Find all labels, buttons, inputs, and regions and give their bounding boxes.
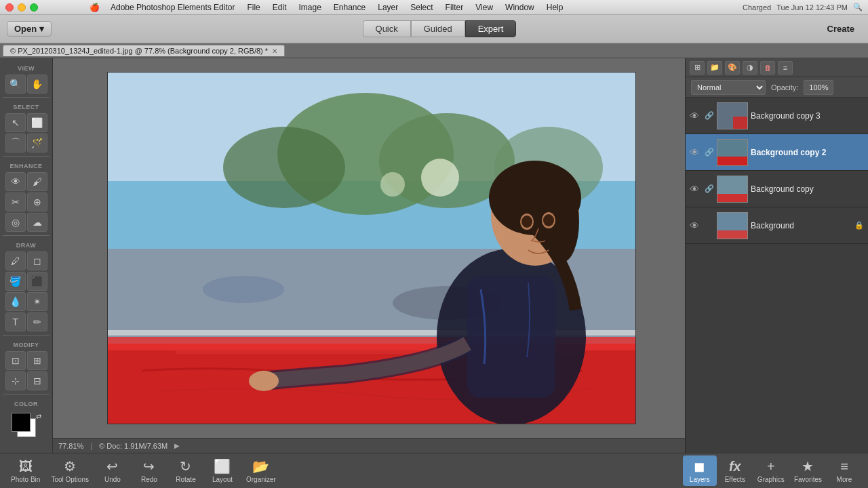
mode-expert[interactable]: Expert [465, 20, 517, 37]
fill-layer-btn[interactable]: 🎨 [725, 61, 740, 75]
graphics-panel-label: Graphics [757, 476, 785, 483]
move-tool[interactable]: ↖ [5, 113, 26, 132]
zoom-tool[interactable]: 🔍 [5, 75, 26, 94]
menu-edit[interactable]: Edit [271, 3, 288, 12]
section-enhance: ENHANCE [3, 160, 50, 171]
mode-guided[interactable]: Guided [411, 20, 465, 37]
layer-link-bg3[interactable]: 🔗 [705, 111, 714, 120]
battery-status: Charged [743, 3, 771, 12]
blur-tool[interactable]: ⊕ [27, 192, 47, 211]
delete-layer-btn[interactable]: 🗑 [760, 61, 775, 75]
opacity-value[interactable]: 100% [804, 80, 833, 95]
tool-options-btn[interactable]: ⚙ Tool Options [47, 455, 93, 486]
close-btn[interactable] [5, 3, 14, 12]
custom-shape-tool[interactable]: ✴ [27, 292, 47, 311]
straighten-tool[interactable]: ⊹ [5, 371, 26, 390]
new-layer-btn[interactable]: ⊞ [690, 61, 705, 75]
layer-item-bg3[interactable]: 👁 🔗 Background copy 3 [686, 98, 868, 134]
layer-visibility-bg3[interactable]: 👁 [690, 110, 702, 121]
graphics-panel-icon: + [767, 459, 775, 474]
layer-item-bgcopy[interactable]: 👁 🔗 Background copy [686, 171, 868, 207]
red-eye-tool[interactable]: 👁 [5, 172, 26, 191]
menu-apple[interactable]: 🍎 [90, 3, 100, 12]
organizer-btn[interactable]: 📂 Organizer [242, 455, 280, 486]
menu-bar: 🍎 Adobe Photoshop Elements Editor File E… [90, 3, 564, 12]
menu-view[interactable]: View [474, 3, 494, 12]
menu-filter[interactable]: Filter [444, 3, 465, 12]
minimize-btn[interactable] [18, 3, 26, 12]
layer-link-bgcopy[interactable]: 🔗 [705, 184, 714, 193]
layer-item-bg2[interactable]: 👁 🔗 Background copy 2 [686, 134, 868, 171]
layer-visibility-bgcopy[interactable]: 👁 [690, 184, 702, 195]
type-tool[interactable]: T [5, 312, 26, 331]
favorites-panel-btn[interactable]: ★ Favorites [790, 455, 826, 486]
smudge-tool[interactable]: ☁ [27, 213, 47, 232]
redo-label: Redo [141, 476, 157, 483]
mode-buttons: Quick Guided Expert [363, 20, 517, 37]
status-arrow[interactable]: ▶ [174, 442, 180, 449]
layer-visibility-bg[interactable]: 👁 [690, 220, 702, 231]
hand-tool[interactable]: ✋ [27, 75, 47, 94]
menu-layer[interactable]: Layer [376, 3, 399, 12]
favorites-panel-icon: ★ [802, 458, 814, 474]
zoom-level: 77.81% [58, 442, 83, 450]
sponge-tool[interactable]: ◎ [5, 213, 26, 232]
pencil-tool[interactable]: ✏ [27, 312, 47, 331]
menu-file[interactable]: File [245, 3, 261, 12]
svg-rect-26 [733, 117, 748, 129]
crop-tool[interactable]: ⊡ [5, 351, 26, 370]
adjustment-layer-btn[interactable]: ◑ [743, 61, 757, 75]
redo-icon: ↪ [143, 458, 155, 474]
doc-info: © Doc: 1.91M/7.63M [99, 442, 167, 450]
content-aware-tool[interactable]: ⊟ [27, 371, 47, 390]
menu-help[interactable]: Help [545, 3, 565, 12]
eraser-tool[interactable]: ◻ [27, 251, 47, 270]
paint-bucket-tool[interactable]: 🪣 [5, 272, 26, 291]
more-options-btn[interactable]: ≡ [778, 61, 793, 75]
redo-btn[interactable]: ↪ Redo [132, 455, 166, 486]
effects-panel-btn[interactable]: fx Effects [718, 456, 752, 486]
color-swatches[interactable]: ⇄ [12, 413, 41, 440]
lasso-tool[interactable]: ⌒ [5, 134, 26, 152]
layout-btn[interactable]: ⬜ Layout [205, 455, 239, 486]
tab-close-icon[interactable]: ✕ [272, 47, 277, 55]
undo-btn[interactable]: ↩ Undo [96, 455, 130, 486]
healing-tool[interactable]: 🖌 [27, 172, 47, 191]
clock: Tue Jun 12 12:43 PM [776, 3, 848, 12]
menu-select[interactable]: Select [409, 3, 434, 12]
shape-tool[interactable]: ⬛ [27, 272, 47, 291]
canvas-image [107, 72, 636, 424]
menu-image[interactable]: Image [297, 3, 322, 12]
create-button[interactable]: Create [827, 24, 854, 34]
blend-mode-select[interactable]: Normal [691, 80, 766, 95]
layer-item-bg[interactable]: 👁 · Background 🔒 [686, 207, 868, 244]
photo-bin-btn[interactable]: 🖼 Photo Bin [7, 456, 44, 486]
rotate-btn[interactable]: ↻ Rotate [169, 455, 203, 486]
magic-wand-tool[interactable]: 🪄 [27, 134, 47, 152]
search-icon[interactable]: 🔍 [853, 3, 863, 12]
eyedropper-tool[interactable]: 💧 [5, 292, 26, 311]
layers-panel-label: Layers [690, 476, 710, 483]
svg-rect-28 [717, 157, 748, 166]
recompose-tool[interactable]: ⊞ [27, 351, 47, 370]
document-tab[interactable]: © PX_20120310_1324J_edited-1.jpg @ 77.8%… [3, 45, 285, 56]
mode-quick[interactable]: Quick [363, 20, 411, 37]
svg-point-6 [421, 159, 459, 197]
menu-window[interactable]: Window [504, 3, 536, 12]
menu-enhance[interactable]: Enhance [332, 3, 367, 12]
maximize-btn[interactable] [30, 3, 38, 12]
marquee-tool[interactable]: ⬜ [27, 113, 47, 132]
brush-tool[interactable]: 🖊 [5, 251, 26, 270]
more-panel-btn[interactable]: ≡ More [827, 456, 861, 486]
layer-link-bg2[interactable]: 🔗 [705, 148, 714, 157]
new-group-btn[interactable]: 📁 [707, 61, 722, 75]
layer-visibility-bg2[interactable]: 👁 [690, 147, 702, 158]
swap-colors-icon[interactable]: ⇄ [36, 413, 41, 420]
clone-tool[interactable]: ✂ [5, 192, 26, 211]
graphics-panel-btn[interactable]: + Graphics [753, 456, 789, 486]
rotate-label: Rotate [176, 476, 195, 483]
svg-point-23 [543, 214, 554, 226]
open-button[interactable]: Open ▾ [7, 21, 52, 37]
foreground-color-swatch[interactable] [12, 413, 31, 432]
layers-panel-btn[interactable]: ◼ Layers [683, 455, 717, 486]
